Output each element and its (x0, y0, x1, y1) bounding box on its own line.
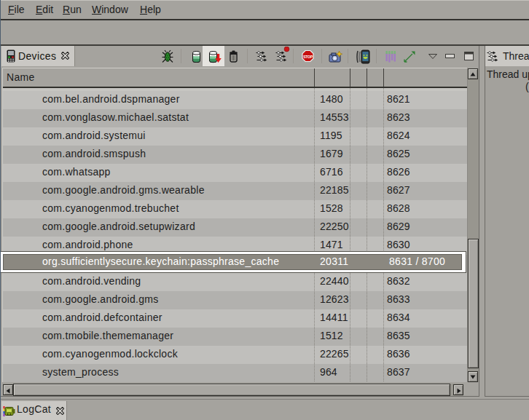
svg-text:STOP: STOP (303, 55, 313, 59)
